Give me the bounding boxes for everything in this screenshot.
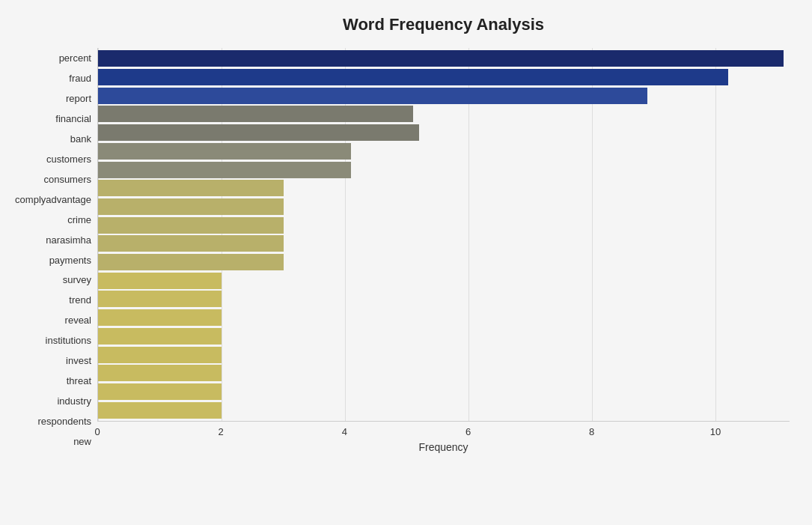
bar-row xyxy=(98,309,790,327)
bar-row xyxy=(98,327,790,346)
bar-row xyxy=(98,68,790,87)
y-label: invest xyxy=(7,350,97,371)
y-label: institutions xyxy=(7,330,97,350)
y-label: report xyxy=(7,88,97,109)
bar-row xyxy=(98,198,790,216)
bar-row xyxy=(98,271,790,290)
bar xyxy=(98,198,284,215)
bar-row xyxy=(98,290,790,309)
x-axis-label: Frequency xyxy=(97,441,790,453)
bars-area xyxy=(97,48,790,422)
y-label: reveal xyxy=(7,310,97,330)
x-axis: 0246810 xyxy=(97,422,790,438)
bar-row xyxy=(98,160,790,179)
x-tick-label: 4 xyxy=(342,426,347,437)
bar-row xyxy=(98,253,790,272)
chart-container: Word Frequency Analysis percentfraudrepo… xyxy=(0,0,812,525)
y-label: survey xyxy=(7,270,97,290)
bar xyxy=(98,162,351,178)
bar xyxy=(98,143,351,160)
bar xyxy=(98,309,222,326)
bar xyxy=(98,291,222,307)
y-labels: percentfraudreportfinancialbankcustomers… xyxy=(7,48,97,453)
bar xyxy=(98,88,647,104)
y-label: complyadvantage xyxy=(7,189,97,210)
bar-row xyxy=(98,234,790,253)
y-label: threat xyxy=(7,371,97,391)
y-label: industry xyxy=(7,391,97,411)
bar-row xyxy=(98,345,790,364)
y-label: trend xyxy=(7,290,97,310)
y-label: percent xyxy=(7,48,97,68)
y-label: fraud xyxy=(7,68,97,88)
bar xyxy=(98,180,284,196)
bar xyxy=(98,69,728,85)
bar xyxy=(98,235,284,252)
y-label: narasimha xyxy=(7,230,97,250)
bar xyxy=(98,124,419,141)
x-tick-label: 8 xyxy=(589,426,594,437)
y-label: crime xyxy=(7,210,97,230)
bar xyxy=(98,273,222,289)
bar xyxy=(98,402,222,419)
bar xyxy=(98,383,222,400)
bars-and-xaxis: 0246810 Frequency xyxy=(97,48,790,453)
bar-row xyxy=(98,179,790,198)
bar-row xyxy=(98,383,790,401)
bar-row xyxy=(98,86,790,105)
bar xyxy=(98,365,222,381)
bar xyxy=(98,217,284,234)
bar xyxy=(98,347,222,363)
bar xyxy=(98,254,284,270)
x-tick-label: 10 xyxy=(710,426,721,437)
y-label: financial xyxy=(7,109,97,129)
x-tick-label: 6 xyxy=(465,426,471,437)
bar-row xyxy=(98,401,790,419)
bar-row xyxy=(98,142,790,161)
bar-row xyxy=(98,49,790,68)
y-label: bank xyxy=(7,129,97,149)
x-tick-label: 2 xyxy=(219,426,224,437)
bar-row xyxy=(98,216,790,234)
bar xyxy=(98,106,413,122)
bar-row xyxy=(98,105,790,124)
bar xyxy=(98,328,222,345)
y-label: consumers xyxy=(7,169,97,189)
chart-title: Word Frequency Analysis xyxy=(97,15,790,34)
y-label: payments xyxy=(7,250,97,270)
bars-wrapper xyxy=(98,48,790,421)
y-label: new xyxy=(7,431,97,452)
y-label: customers xyxy=(7,149,97,169)
x-tick-label: 0 xyxy=(94,426,100,437)
y-label: respondents xyxy=(7,411,97,431)
bar-row xyxy=(98,124,790,142)
bar xyxy=(98,50,784,67)
bar-row xyxy=(98,364,790,383)
